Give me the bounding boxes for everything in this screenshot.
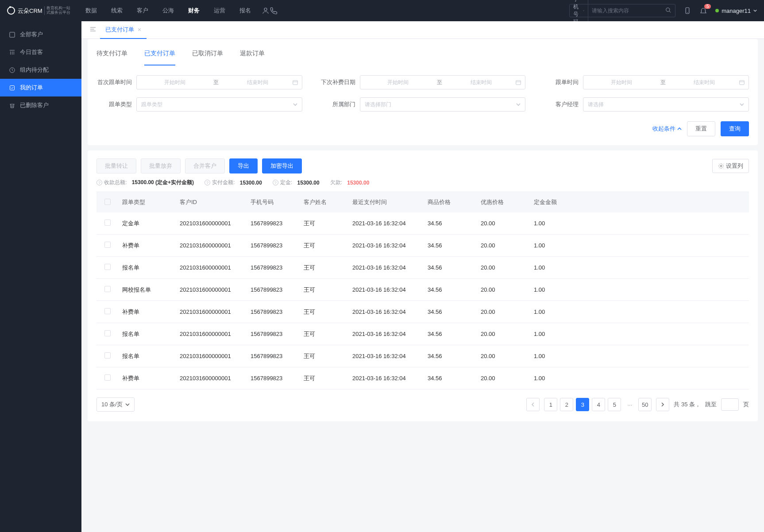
page-button[interactable]: 5 — [608, 398, 621, 411]
table-row[interactable]: 网校报名单20210316000000011567899823王可2021-03… — [96, 279, 749, 301]
subtab[interactable]: 待支付订单 — [96, 46, 127, 66]
row-checkbox[interactable] — [104, 220, 111, 226]
first-follow-range[interactable]: 开始时间至结束时间 — [136, 75, 302, 89]
notification-badge: 5 — [704, 4, 711, 9]
sidebar-item[interactable]: 我的订单 — [0, 79, 81, 96]
nav-item[interactable]: 财务 — [186, 4, 201, 17]
table-row[interactable]: 定金单20210316000000011567899823王可2021-03-1… — [96, 212, 749, 235]
query-button[interactable]: 查询 — [721, 121, 749, 136]
page-tab[interactable]: 已支付订单 × — [100, 21, 147, 39]
table-row[interactable]: 报名单20210316000000011567899823王可2021-03-1… — [96, 257, 749, 279]
nav-item[interactable]: 客户 — [135, 4, 150, 17]
table-row[interactable]: 报名单20210316000000011567899823王可2021-03-1… — [96, 345, 749, 367]
prev-page-button[interactable] — [526, 398, 540, 411]
top-nav: 数据线索客户公海财务运营报名 — [84, 4, 253, 17]
help-icon: ? — [205, 180, 210, 185]
nav-item[interactable]: 线索 — [109, 4, 124, 17]
chevron-down-icon — [753, 9, 757, 12]
row-checkbox[interactable] — [104, 286, 111, 292]
bell-icon[interactable]: 5 — [699, 7, 707, 15]
table-row[interactable]: 补费单20210316000000011567899823王可2021-03-1… — [96, 367, 749, 389]
nav-item[interactable]: 运营 — [212, 4, 227, 17]
row-checkbox[interactable] — [104, 308, 111, 314]
search-input[interactable] — [588, 8, 662, 14]
filters: 首次跟单时间 开始时间至结束时间 下次补费日期 开始时间至结束时间 — [96, 66, 749, 118]
page-button[interactable]: 3 — [576, 398, 589, 411]
search-icon[interactable] — [662, 7, 675, 15]
collapse-filters-button[interactable]: 收起条件 — [652, 125, 682, 133]
svg-rect-14 — [740, 81, 745, 85]
chevron-left-icon — [531, 402, 535, 407]
stats-bar: ?收款总额: 15300.00 (定金+实付金额) ?实付金额: 15300.0… — [96, 179, 749, 192]
svg-point-16 — [720, 165, 722, 167]
next-page-button[interactable] — [656, 398, 669, 411]
nav-item[interactable]: 报名 — [238, 4, 253, 17]
svg-rect-6 — [10, 85, 15, 90]
chevron-down-icon — [125, 402, 130, 407]
page-button[interactable]: 1 — [544, 398, 557, 411]
phone-icon[interactable] — [270, 7, 278, 15]
toolbar: 批量转让 批量放弃 合并客户 导出 加密导出 设置列 — [96, 150, 749, 179]
department-select[interactable]: 请选择部门 — [360, 97, 526, 112]
page-size-select[interactable]: 10 条/页 — [96, 397, 135, 412]
header: 云朵CRM 教育机构一站式服务云平台 数据线索客户公海财务运营报名 手机号码 5 — [0, 0, 764, 21]
sidebar-item[interactable]: 全部客户 — [0, 26, 81, 43]
gear-icon — [718, 163, 724, 169]
chevron-down-icon — [740, 102, 744, 107]
chevron-down-icon — [293, 102, 297, 107]
sidebar-item[interactable]: 今日首客 — [0, 43, 81, 61]
encrypt-export-button[interactable]: 加密导出 — [262, 158, 302, 173]
sidebar-item[interactable]: 已删除客户 — [0, 96, 81, 114]
row-checkbox[interactable] — [104, 374, 111, 381]
sidebar-item[interactable]: 组内待分配 — [0, 61, 81, 79]
row-checkbox[interactable] — [104, 264, 111, 270]
page-button[interactable]: 4 — [592, 398, 605, 411]
mobile-icon[interactable] — [683, 7, 691, 15]
collapse-sidebar-icon[interactable] — [86, 26, 100, 34]
username: manager11 — [722, 8, 751, 14]
nav-item[interactable]: 公海 — [161, 4, 176, 17]
batch-abandon-button[interactable]: 批量放弃 — [141, 158, 181, 173]
subtab[interactable]: 退款订单 — [240, 46, 265, 66]
subtab[interactable]: 已取消订单 — [192, 46, 223, 66]
filter-manager: 客户经理 请选择 — [543, 97, 749, 112]
filter-panel: 待支付订单已支付订单已取消订单退款订单 首次跟单时间 开始时间至结束时间 下次补… — [88, 39, 758, 145]
calendar-icon — [515, 79, 521, 85]
status-dot-icon — [715, 9, 719, 12]
data-panel: 批量转让 批量放弃 合并客户 导出 加密导出 设置列 ?收款总额: 15300.… — [88, 150, 758, 421]
pagination-dots: ··· — [625, 401, 634, 408]
jump-page-input[interactable] — [721, 398, 739, 411]
filter-follow-type: 跟单类型 跟单类型 — [96, 97, 302, 112]
table-row[interactable]: 报名单20210316000000011567899823王可2021-03-1… — [96, 323, 749, 345]
page-button[interactable]: 2 — [560, 398, 573, 411]
manager-select[interactable]: 请选择 — [583, 97, 749, 112]
row-checkbox[interactable] — [104, 352, 111, 359]
sidebar-icon — [9, 67, 15, 73]
merge-button[interactable]: 合并客户 — [185, 158, 225, 173]
total-text: 共 35 条， — [674, 401, 701, 409]
nav-item[interactable]: 数据 — [84, 4, 99, 17]
follow-time-range[interactable]: 开始时间至结束时间 — [583, 75, 749, 89]
user-icon[interactable] — [262, 7, 270, 15]
select-all-checkbox[interactable] — [104, 199, 111, 205]
header-right: 手机号码 5 manager11 — [569, 4, 757, 17]
user-menu[interactable]: manager11 — [715, 8, 757, 14]
logo[interactable]: 云朵CRM 教育机构一站式服务云平台 — [7, 6, 70, 15]
pagination: 10 条/页 12345 ··· 50 共 35 条， — [96, 389, 749, 421]
export-button[interactable]: 导出 — [229, 158, 258, 173]
close-icon[interactable]: × — [138, 26, 141, 33]
batch-transfer-button[interactable]: 批量转让 — [96, 158, 136, 173]
follow-type-select[interactable]: 跟单类型 — [136, 97, 302, 112]
orders-table: 跟单类型 客户ID 手机号码 客户姓名 最近支付时间 商品价格 优惠价格 定金金… — [96, 192, 749, 389]
reset-button[interactable]: 重置 — [687, 121, 715, 136]
sidebar: 全部客户今日首客组内待分配我的订单已删除客户 — [0, 21, 81, 532]
table-row[interactable]: 补费单20210316000000011567899823王可2021-03-1… — [96, 301, 749, 323]
row-checkbox[interactable] — [104, 242, 111, 248]
subtab[interactable]: 已支付订单 — [144, 46, 175, 66]
last-page-button[interactable]: 50 — [638, 398, 652, 411]
table-row[interactable]: 补费单20210316000000011567899823王可2021-03-1… — [96, 235, 749, 257]
column-settings-button[interactable]: 设置列 — [712, 159, 749, 173]
row-checkbox[interactable] — [104, 330, 111, 336]
sidebar-icon — [9, 49, 15, 56]
next-fee-range[interactable]: 开始时间至结束时间 — [360, 75, 526, 89]
